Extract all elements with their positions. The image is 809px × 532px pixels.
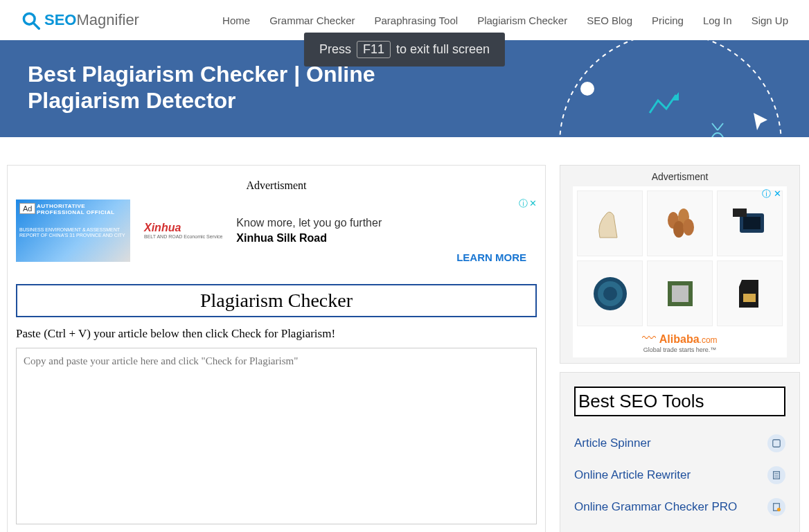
adchoices-icon[interactable]: ⓘ✕ xyxy=(519,197,537,210)
sidebar: Advertisment ⓘ ✕ 〰 Alibaba.com Global tr… xyxy=(560,165,800,532)
alibaba-name: Alibaba xyxy=(659,333,700,345)
ad-img-headline: AUTHORITATIVE PROFESSIONAL OFFICIAL xyxy=(37,203,130,215)
nav-login[interactable]: Log In xyxy=(703,15,732,26)
tool-article-rewriter[interactable]: Online Article Rewriter xyxy=(574,459,785,491)
ad-main[interactable]: Ad AUTHORITATIVE PROFESSIONAL OFFICIAL B… xyxy=(16,197,537,263)
svg-point-3 xyxy=(580,82,594,96)
ad-badge: Ad xyxy=(19,203,35,214)
fullscreen-post: to exit full screen xyxy=(396,42,490,57)
alibaba-logo: 〰 Alibaba.com Global trade starts here.™ xyxy=(577,330,783,353)
svg-point-12 xyxy=(673,221,684,238)
tool-link[interactable]: Article Spinner xyxy=(574,436,651,450)
grammar-icon xyxy=(767,498,785,516)
tool-grammar-checker[interactable]: Online Grammar Checker PRO xyxy=(574,491,785,523)
svg-rect-16 xyxy=(733,209,747,217)
nav: Home Grammar Checker Paraphrasing Tool P… xyxy=(222,15,788,26)
nav-home[interactable]: Home xyxy=(222,15,250,26)
fullscreen-pre: Press xyxy=(319,42,351,57)
rewriter-icon xyxy=(767,466,785,484)
tool-link[interactable]: Online Grammar Checker PRO xyxy=(574,500,737,514)
tool-link[interactable]: Online Article Rewriter xyxy=(574,468,691,482)
svg-point-13 xyxy=(683,219,694,236)
svg-rect-22 xyxy=(743,294,756,302)
svg-rect-21 xyxy=(672,285,688,302)
ad-brand-name: Xinhua xyxy=(144,222,181,233)
sidebar-tools-heading: Best SEO Tools xyxy=(574,387,785,416)
sidebar-ad[interactable]: ⓘ ✕ 〰 Alibaba.com Global trade starts he… xyxy=(573,186,787,357)
ad-label: Advertisment xyxy=(16,179,537,192)
logo-text-seo: SEO xyxy=(44,11,76,29)
ad-learn-more[interactable]: LEARN MORE xyxy=(456,251,526,263)
nav-signup[interactable]: Sign Up xyxy=(752,15,788,26)
article-textarea[interactable] xyxy=(16,348,537,524)
ad-close-icon[interactable]: ✕ xyxy=(529,198,537,209)
fullscreen-notice: Press F11 to exit full screen xyxy=(304,33,505,66)
svg-point-6 xyxy=(711,133,724,137)
product-almonds[interactable] xyxy=(647,190,713,256)
spinner-icon xyxy=(767,434,785,452)
svg-point-29 xyxy=(777,508,781,511)
nav-seo-blog[interactable]: SEO Blog xyxy=(587,15,632,26)
hero-decoration xyxy=(546,40,809,137)
product-sdcard[interactable] xyxy=(717,260,783,326)
ad-brand-sub: BELT AND ROAD Economic Service xyxy=(144,234,222,239)
alibaba-suffix: .com xyxy=(700,335,718,345)
product-cpu[interactable] xyxy=(647,260,713,326)
sidebar-tools: Best SEO Tools Article Spinner Online Ar… xyxy=(560,372,800,532)
product-case[interactable] xyxy=(717,190,783,256)
sidebar-ad-label: Advertisment xyxy=(560,171,799,182)
svg-line-1 xyxy=(33,23,39,28)
ad-text-line1: Know more, let you go further xyxy=(236,217,537,229)
content: Advertisment Ad AUTHORITATIVE PROFESSION… xyxy=(0,137,809,532)
product-shoe[interactable] xyxy=(577,190,643,256)
tool-title: Plagiarism Checker xyxy=(16,284,537,317)
nav-pricing[interactable]: Pricing xyxy=(652,15,684,26)
sidebar-adchoices-icon[interactable]: ⓘ ✕ xyxy=(762,188,781,200)
ad-brand: Xinhua BELT AND ROAD Economic Service xyxy=(144,222,222,239)
svg-rect-23 xyxy=(773,440,781,447)
page-title: Best Plagiarism Checker | Online Plagiar… xyxy=(28,61,402,114)
tool-article-spinner[interactable]: Article Spinner xyxy=(574,427,785,459)
fullscreen-key: F11 xyxy=(357,41,391,58)
product-grid xyxy=(577,190,783,326)
main-column: Advertisment Ad AUTHORITATIVE PROFESSION… xyxy=(7,165,546,532)
product-cushion[interactable] xyxy=(577,260,643,326)
svg-line-9 xyxy=(718,123,723,130)
alibaba-icon: 〰 xyxy=(642,330,656,346)
nav-paraphrasing-tool[interactable]: Paraphrasing Tool xyxy=(374,15,458,26)
svg-point-19 xyxy=(603,287,617,301)
nav-grammar-checker[interactable]: Grammar Checker xyxy=(269,15,355,26)
ad-image: Ad AUTHORITATIVE PROFESSIONAL OFFICIAL B… xyxy=(16,200,130,262)
alibaba-tagline: Global trade starts here.™ xyxy=(577,346,783,353)
ad-text: Know more, let you go further Xinhua Sil… xyxy=(236,217,537,245)
logo[interactable]: SEOMagnifier xyxy=(21,10,139,30)
instruction: Paste (Ctrl + V) your article below then… xyxy=(16,327,537,341)
nav-plagiarism-checker[interactable]: Plagiarism Checker xyxy=(477,15,567,26)
sidebar-ad-wrap: Advertisment ⓘ ✕ 〰 Alibaba.com Global tr… xyxy=(560,165,800,364)
logo-text-magnifier: Magnifier xyxy=(76,11,139,29)
svg-rect-15 xyxy=(743,217,761,229)
logo-icon xyxy=(21,10,40,30)
ad-text-line2: Xinhua Silk Road xyxy=(236,232,537,245)
svg-line-8 xyxy=(712,123,718,130)
ad-img-sub: BUSINESS ENVIRONMENT & ASSESSMENT REPORT… xyxy=(19,227,130,239)
